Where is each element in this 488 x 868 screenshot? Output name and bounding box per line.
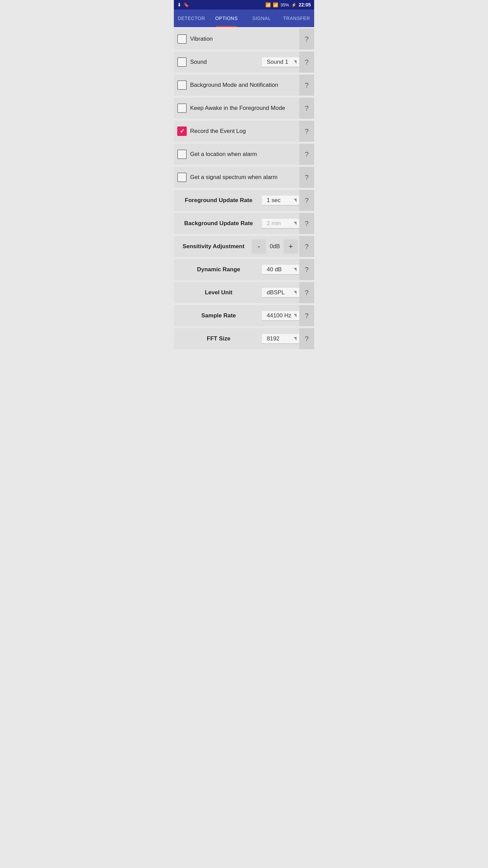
vibration-help[interactable]: ?: [299, 28, 314, 50]
sample-rate-arrow: [294, 314, 297, 317]
sensitivity-adjustment-label: Sensitivity Adjustment: [179, 243, 248, 250]
background-update-rate-row: Background Update Rate 2 min ?: [174, 213, 314, 234]
foreground-update-rate-dropdown[interactable]: 1 sec: [262, 196, 299, 205]
vibration-row-left: Vibration: [174, 28, 299, 50]
keep-awake-checkbox[interactable]: [177, 103, 187, 113]
dynamic-range-row-left: Dynamic Range: [174, 259, 262, 280]
fft-size-row: FFT Size 8192 ?: [174, 328, 314, 349]
tab-signal[interactable]: SIGNAL: [244, 9, 279, 27]
sensitivity-adjustment-row-left: Sensitivity Adjustment: [174, 236, 252, 257]
bookmark-icon: 🔖: [183, 2, 189, 7]
keep-awake-row: Keep Awake in the Foreground Mode ?: [174, 98, 314, 119]
dynamic-range-arrow: [294, 268, 297, 271]
foreground-update-rate-help[interactable]: ?: [299, 190, 314, 211]
level-unit-dropdown[interactable]: dBSPL: [262, 288, 299, 298]
get-signal-spectrum-help[interactable]: ?: [299, 167, 314, 188]
nav-tabs: DETECTOR OPTIONS SIGNAL TRANSFER: [174, 9, 314, 27]
level-unit-row: Level Unit dBSPL ?: [174, 282, 314, 303]
background-update-rate-dropdown[interactable]: 2 min: [262, 219, 299, 229]
dynamic-range-value: 40 dB: [267, 266, 292, 273]
foreground-update-rate-row: Foreground Update Rate 1 sec ?: [174, 190, 314, 211]
tab-options[interactable]: OPTIONS: [209, 9, 244, 27]
sound-dropdown-value: Sound 1: [267, 59, 292, 65]
background-update-rate-row-left: Background Update Rate: [174, 213, 262, 234]
get-signal-spectrum-row-left: Get a signal spectrum when alarm: [174, 167, 299, 188]
fft-size-value: 8192: [267, 335, 292, 342]
foreground-update-rate-value: 1 sec: [267, 197, 292, 204]
fft-size-dropdown[interactable]: 8192: [262, 334, 299, 344]
get-signal-spectrum-label: Get a signal spectrum when alarm: [190, 174, 278, 181]
status-bar: ⬇ 🔖 📶 📶 35% ⚡ 22:05: [174, 0, 314, 9]
get-location-help[interactable]: ?: [299, 144, 314, 165]
background-update-rate-help[interactable]: ?: [299, 213, 314, 234]
level-unit-help[interactable]: ?: [299, 282, 314, 303]
sensitivity-minus-button[interactable]: -: [252, 239, 266, 254]
level-unit-value: dBSPL: [267, 289, 292, 296]
vibration-label: Vibration: [190, 36, 213, 42]
fft-size-help[interactable]: ?: [299, 328, 314, 349]
dynamic-range-label: Dynamic Range: [179, 266, 259, 273]
sensitivity-plus-button[interactable]: +: [284, 239, 298, 254]
get-location-row: Get a location when alarm ?: [174, 144, 314, 165]
fft-size-label: FFT Size: [179, 335, 259, 342]
sensitivity-adjustment-help[interactable]: ?: [299, 236, 314, 257]
sound-checkbox[interactable]: [177, 57, 187, 67]
sample-rate-row: Sample Rate 44100 Hz ?: [174, 305, 314, 326]
background-mode-label: Background Mode and Notification: [190, 82, 278, 88]
keep-awake-row-left: Keep Awake in the Foreground Mode: [174, 98, 299, 119]
sensitivity-controls: - 0dB +: [252, 239, 299, 254]
sound-row: Sound Sound 1 ?: [174, 52, 314, 73]
time-display: 22:05: [299, 2, 311, 7]
sample-rate-value: 44100 Hz: [267, 312, 292, 319]
level-unit-label: Level Unit: [179, 289, 259, 296]
record-event-log-help[interactable]: ?: [299, 121, 314, 142]
background-mode-row-left: Background Mode and Notification: [174, 75, 299, 96]
background-mode-row: Background Mode and Notification ?: [174, 75, 314, 96]
get-signal-spectrum-checkbox[interactable]: [177, 173, 187, 182]
dynamic-range-help[interactable]: ?: [299, 259, 314, 280]
sample-rate-dropdown[interactable]: 44100 Hz: [262, 311, 299, 321]
sound-dropdown-arrow: [294, 60, 297, 64]
sound-help[interactable]: ?: [299, 52, 314, 73]
record-event-log-label: Record the Event Log: [190, 128, 246, 135]
background-mode-help[interactable]: ?: [299, 75, 314, 96]
sound-row-left: Sound: [174, 52, 262, 73]
download-icon: ⬇: [177, 2, 181, 7]
sample-rate-label: Sample Rate: [179, 312, 259, 319]
get-signal-spectrum-row: Get a signal spectrum when alarm ?: [174, 167, 314, 188]
sound-dropdown[interactable]: Sound 1: [262, 57, 299, 67]
wifi-icon: 📶: [265, 2, 271, 7]
record-event-log-checkbox[interactable]: [177, 126, 187, 136]
dynamic-range-dropdown[interactable]: 40 dB: [262, 265, 299, 275]
sensitivity-adjustment-row: Sensitivity Adjustment - 0dB + ?: [174, 236, 314, 257]
tab-detector[interactable]: DETECTOR: [174, 9, 209, 27]
get-location-label: Get a location when alarm: [190, 151, 257, 158]
vibration-checkbox[interactable]: [177, 34, 187, 44]
keep-awake-label: Keep Awake in the Foreground Mode: [190, 105, 285, 112]
signal-icon: 📶: [273, 2, 278, 7]
battery-percent: 35%: [280, 2, 289, 7]
sound-label: Sound: [190, 59, 207, 65]
background-mode-checkbox[interactable]: [177, 80, 187, 90]
background-update-rate-value: 2 min: [267, 220, 292, 227]
keep-awake-help[interactable]: ?: [299, 98, 314, 119]
options-content: Vibration ? Sound Sound 1 ? Background M…: [174, 27, 314, 353]
get-location-checkbox[interactable]: [177, 150, 187, 159]
record-event-log-row: Record the Event Log ?: [174, 121, 314, 142]
dynamic-range-row: Dynamic Range 40 dB ?: [174, 259, 314, 280]
sample-rate-row-left: Sample Rate: [174, 305, 262, 326]
level-unit-arrow: [294, 291, 297, 294]
foreground-update-rate-row-left: Foreground Update Rate: [174, 190, 262, 211]
record-event-log-row-left: Record the Event Log: [174, 121, 299, 142]
sample-rate-help[interactable]: ?: [299, 305, 314, 326]
get-location-row-left: Get a location when alarm: [174, 144, 299, 165]
level-unit-row-left: Level Unit: [174, 282, 262, 303]
vibration-row: Vibration ?: [174, 28, 314, 50]
background-update-rate-label: Background Update Rate: [179, 220, 259, 227]
fft-size-arrow: [294, 337, 297, 340]
foreground-update-rate-label: Foreground Update Rate: [179, 197, 259, 204]
foreground-update-rate-arrow: [294, 199, 297, 202]
status-left: ⬇ 🔖: [177, 2, 263, 7]
fft-size-row-left: FFT Size: [174, 328, 262, 349]
tab-transfer[interactable]: TRANSFER: [279, 9, 314, 27]
